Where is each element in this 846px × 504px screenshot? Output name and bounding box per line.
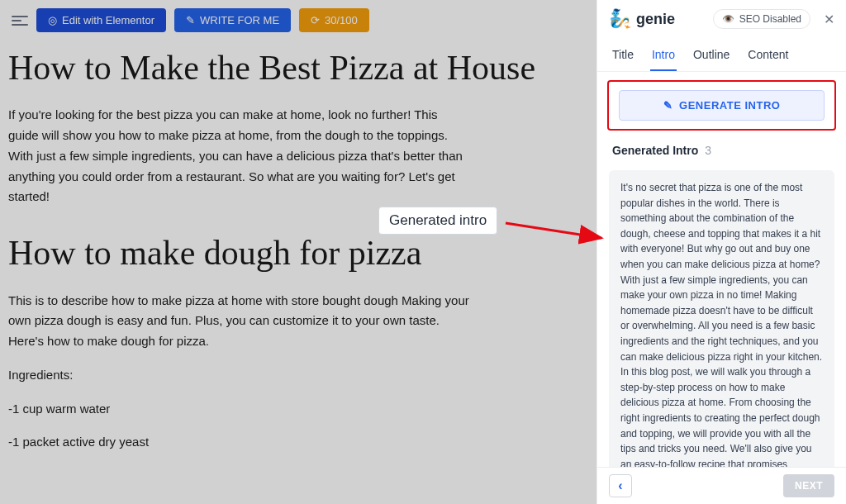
post-heading-2: How to make dough for pizza [8,232,588,273]
document-content[interactable]: How to Make the Best Pizza at House If y… [0,40,596,474]
svg-line-1 [506,223,601,238]
ingredient-1: -1 cup warm water [8,399,471,420]
elementor-label: Edit with Elementor [62,14,154,26]
generated-intro-row: Generated Intro 3 [597,137,846,164]
generate-label: GENERATE INTRO [679,99,780,112]
editor-toolbar: ◎ Edit with Elementor ✎ WRITE FOR ME ⟳ 3… [0,0,596,40]
edit-elementor-button[interactable]: ◎ Edit with Elementor [36,8,166,32]
close-icon[interactable]: ✕ [824,12,834,27]
tab-content[interactable]: Content [746,41,790,71]
brand-label: genie [636,11,675,28]
post-heading: How to Make the Best Pizza at House [8,47,588,88]
brand-logo: 🧞 genie [609,8,675,30]
tab-intro[interactable]: Intro [650,41,677,71]
elementor-icon: ◎ [48,14,57,26]
pencil-icon: ✎ [186,14,195,26]
next-button[interactable]: NEXT [783,474,834,497]
ingredient-2: -1 packet active dry yeast [8,432,471,453]
editor-pane: ◎ Edit with Elementor ✎ WRITE FOR ME ⟳ 3… [0,0,596,504]
ingredients-label: Ingredients: [8,365,471,386]
callout-label: Generated intro [378,207,497,235]
gauge-icon: ⟳ [311,14,320,26]
score-label: 30/100 [325,14,358,26]
genie-sidebar: 🧞 genie 👁️ SEO Disabled ✕ Title Intro Ou… [596,0,846,504]
result-card[interactable]: It's no secret that pizza is one of the … [609,170,834,467]
arrow-annotation [504,213,611,246]
seo-label: SEO Disabled [739,13,801,25]
tab-outline[interactable]: Outline [692,41,731,71]
generate-intro-highlight: ✎ GENERATE INTRO [607,80,836,131]
generated-count: 3 [705,144,711,157]
seo-icon: 👁️ [722,13,734,25]
write-label: WRITE FOR ME [200,14,279,26]
write-for-me-button[interactable]: ✎ WRITE FOR ME [174,8,291,32]
sidebar-footer: ‹ NEXT [597,467,846,504]
sidebar-header: 🧞 genie 👁️ SEO Disabled ✕ [597,0,846,36]
back-button[interactable]: ‹ [609,474,632,497]
post-paragraph-2: This is to describe how to make pizza at… [8,291,471,352]
score-button[interactable]: ⟳ 30/100 [299,8,369,32]
menu-icon[interactable] [12,16,28,26]
genie-icon: 🧞 [609,8,631,30]
pencil-icon: ✎ [663,99,673,112]
generate-intro-button[interactable]: ✎ GENERATE INTRO [619,90,825,121]
seo-pill[interactable]: 👁️ SEO Disabled [713,9,810,29]
sidebar-tabs: Title Intro Outline Content [597,36,846,72]
generated-intro-label: Generated Intro [612,144,698,157]
generated-results: It's no secret that pizza is one of the … [597,164,846,467]
tab-title[interactable]: Title [611,41,635,71]
post-paragraph-1: If you're looking for the best pizza you… [8,105,471,207]
